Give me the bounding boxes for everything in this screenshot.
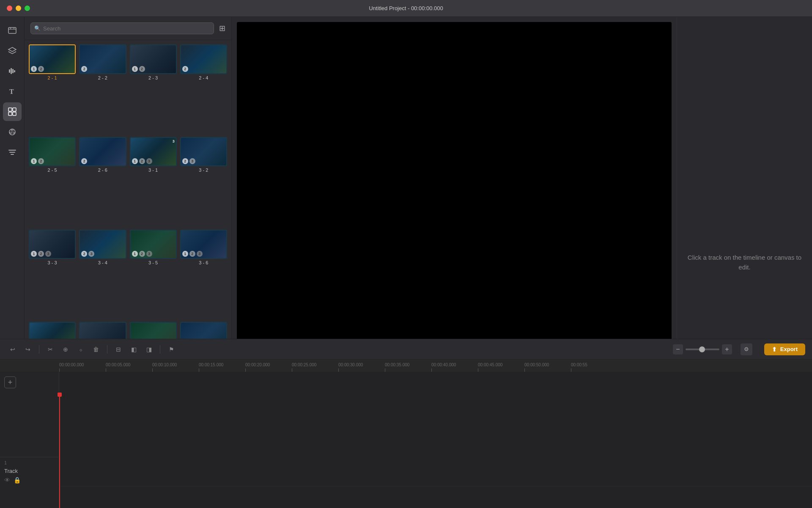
ruler-label: 00:00:10.000 [152, 362, 177, 367]
clip-number: 1 [31, 158, 37, 164]
clip-number: 2 [139, 251, 145, 257]
clip-label: 3 - 1 [148, 168, 158, 173]
clip-item-2-4[interactable]: 22 - 4 [179, 44, 228, 135]
search-input[interactable] [43, 25, 210, 32]
ruler-tick [571, 368, 571, 372]
playhead-handle[interactable] [58, 393, 62, 397]
svg-rect-4 [14, 70, 15, 72]
ruler-mark: 00:00:15.000 [199, 362, 245, 372]
clip-thumb: 23 [79, 230, 126, 259]
minimize-button[interactable] [16, 5, 21, 11]
main-content: 🔍 ⊞ 122 - 122 - 2122 - 322 - 4122 - 522 … [25, 17, 812, 508]
ruler-tick [245, 368, 246, 372]
clip-thumb: 2 [79, 44, 126, 74]
maximize-button[interactable] [25, 5, 30, 11]
clip-thumb: 23 [180, 137, 227, 167]
window-controls[interactable] [7, 5, 30, 11]
clip-numbers: 12 [30, 138, 75, 166]
clip-item-3-1[interactable]: 31233 - 1 [129, 136, 178, 227]
zoom-control: − + [673, 344, 732, 354]
zoom-out-button[interactable]: − [673, 344, 683, 354]
cut-button[interactable]: ✂ [44, 343, 56, 355]
track-lock-icon[interactable]: 🔒 [14, 477, 21, 483]
clip-label: 3 - 4 [98, 260, 107, 265]
clip-label: 2 - 2 [98, 75, 107, 80]
sidebar-item-effects[interactable] [3, 123, 22, 141]
undo-button[interactable]: ↩ [7, 343, 19, 355]
clip-item-3-4[interactable]: 233 - 4 [78, 229, 127, 320]
sidebar-item-filters[interactable] [3, 143, 22, 162]
ruler-tick [524, 368, 525, 372]
export-button[interactable]: ⬆ Export [764, 343, 805, 355]
clip-thumb: 123 [130, 230, 177, 259]
sidebar-item-audio[interactable] [3, 62, 22, 80]
clip-numbers: 23 [181, 138, 226, 166]
close-button[interactable] [7, 5, 12, 11]
clip-label: 2 - 5 [48, 168, 57, 173]
clip-item-2-5[interactable]: 122 - 5 [28, 136, 77, 227]
title-bar: Untitled Project - 00:00:00.000 [0, 0, 812, 17]
toolbar-separator-1 [39, 345, 39, 354]
clip-label: 2 - 4 [199, 75, 208, 80]
sidebar-item-layers[interactable] [3, 41, 22, 60]
track-label-1: 1 Track 👁 🔒 [0, 457, 59, 486]
clip-number: 2 [182, 66, 188, 72]
ruler-mark: 00:00:00.000 [59, 362, 106, 372]
trim-right-button[interactable]: ◨ [143, 343, 155, 355]
marker-button[interactable]: ⚑ [165, 343, 177, 355]
zoom-handle[interactable] [699, 346, 705, 352]
copy-button[interactable]: ⬦ [75, 343, 87, 355]
add-track-button[interactable]: + [4, 376, 16, 388]
clip-number: 2 [139, 158, 145, 164]
window-title: Untitled Project - 00:00:00.000 [369, 5, 443, 11]
clip-number: 2 [81, 158, 87, 164]
clip-thumb-inner: 12 [30, 45, 75, 73]
redo-button[interactable]: ↪ [22, 343, 34, 355]
trim-left-button[interactable]: ◧ [128, 343, 140, 355]
clip-item-2-3[interactable]: 122 - 3 [129, 44, 178, 135]
split-button[interactable]: ⊟ [112, 343, 124, 355]
svg-rect-7 [13, 108, 16, 111]
zoom-slider[interactable] [686, 349, 719, 350]
timeline-settings-button[interactable]: ⚙ [741, 343, 752, 355]
clip-thumb-inner: 23 [80, 231, 125, 258]
clip-number: 2 [81, 66, 87, 72]
playhead[interactable] [59, 393, 60, 508]
snap-button[interactable]: ⊕ [60, 343, 71, 355]
ruler-label: 00:00:55 [571, 362, 587, 367]
ruler-label: 00:00:20.000 [245, 362, 270, 367]
clip-label: 3 - 6 [199, 260, 208, 265]
delete-button[interactable]: 🗑 [90, 343, 102, 355]
clip-thumb-inner: 2 [80, 138, 125, 166]
clip-number: 1 [31, 251, 37, 257]
track-empty-area [59, 372, 812, 457]
track-visibility-icon[interactable]: 👁 [4, 477, 10, 483]
ruler-tick [478, 368, 478, 372]
toolbar-separator-2 [107, 345, 107, 354]
sidebar-item-text[interactable]: T [3, 82, 22, 101]
sidebar-item-transitions[interactable] [3, 102, 22, 121]
clip-number: 3 [45, 251, 51, 257]
clip-item-3-3[interactable]: 1233 - 3 [28, 229, 77, 320]
ruler-marks: 00:00:00.00000:00:05.00000:00:10.00000:0… [59, 360, 617, 372]
zoom-in-button[interactable]: + [722, 344, 732, 354]
clip-item-3-5[interactable]: 1233 - 5 [129, 229, 178, 320]
ruler-tick [59, 368, 60, 372]
clip-item-3-6[interactable]: 1233 - 6 [179, 229, 228, 320]
clip-label: 2 - 1 [48, 75, 57, 80]
clip-item-2-1[interactable]: 122 - 1 [28, 44, 77, 135]
search-box[interactable]: 🔍 [30, 22, 214, 34]
svg-point-11 [11, 129, 13, 131]
clip-item-2-6[interactable]: 22 - 6 [78, 136, 127, 227]
clip-item-2-2[interactable]: 22 - 2 [78, 44, 127, 135]
clip-number: 2 [189, 251, 195, 257]
ruler-tick [385, 368, 385, 372]
clip-thumb-inner: 123 [181, 231, 226, 258]
grid-toggle-button[interactable]: ⊞ [219, 24, 225, 33]
sidebar-item-media[interactable] [3, 21, 22, 40]
clip-numbers: 12 [30, 45, 75, 73]
clip-item-3-2[interactable]: 233 - 2 [179, 136, 228, 227]
media-toolbar: 🔍 ⊞ [25, 17, 231, 40]
clip-label: 2 - 6 [98, 168, 107, 173]
clip-thumb-inner: 2 [181, 45, 226, 73]
